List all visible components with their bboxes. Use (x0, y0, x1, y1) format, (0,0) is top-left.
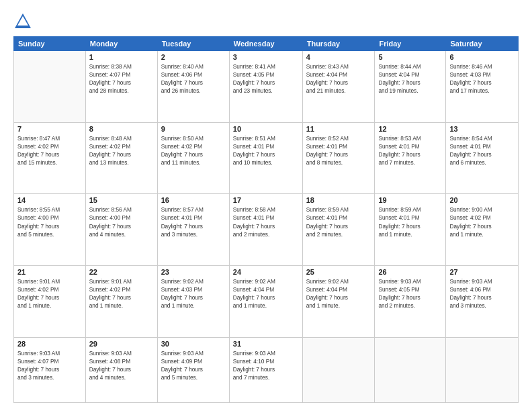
day-number: 11 (306, 125, 371, 133)
day-info: Sunrise: 9:01 AMSunset: 4:02 PMDaylight:… (89, 277, 154, 310)
logo (13, 12, 35, 31)
calendar-cell: 8Sunrise: 8:48 AMSunset: 4:02 PMDaylight… (85, 122, 157, 194)
calendar-cell: 18Sunrise: 8:59 AMSunset: 4:01 PMDayligh… (302, 194, 375, 266)
day-number: 5 (378, 53, 442, 61)
day-number: 15 (89, 196, 154, 204)
day-number: 7 (17, 125, 82, 133)
day-number: 29 (89, 340, 154, 348)
calendar-cell: 3Sunrise: 8:41 AMSunset: 4:05 PMDaylight… (229, 51, 302, 123)
day-info: Sunrise: 8:54 AMSunset: 4:01 PMDaylight:… (449, 134, 515, 167)
calendar-cell: 12Sunrise: 8:53 AMSunset: 4:01 PMDayligh… (375, 122, 446, 194)
calendar-cell: 29Sunrise: 9:03 AMSunset: 4:08 PMDayligh… (85, 337, 157, 402)
day-info: Sunrise: 8:38 AMSunset: 4:07 PMDaylight:… (89, 62, 154, 95)
weekday-header: Tuesday (157, 37, 229, 51)
day-number: 10 (233, 125, 299, 133)
calendar: SundayMondayTuesdayWednesdayThursdayFrid… (13, 36, 519, 403)
calendar-cell: 13Sunrise: 8:54 AMSunset: 4:01 PMDayligh… (446, 122, 519, 194)
day-info: Sunrise: 8:59 AMSunset: 4:01 PMDaylight:… (306, 205, 371, 238)
day-number: 13 (449, 125, 515, 133)
calendar-week-row: 7Sunrise: 8:47 AMSunset: 4:02 PMDaylight… (14, 122, 519, 194)
calendar-cell: 14Sunrise: 8:55 AMSunset: 4:00 PMDayligh… (14, 194, 86, 266)
day-info: Sunrise: 8:47 AMSunset: 4:02 PMDaylight:… (17, 134, 82, 167)
day-number: 21 (17, 268, 82, 276)
day-info: Sunrise: 9:03 AMSunset: 4:10 PMDaylight:… (233, 349, 299, 381)
calendar-cell: 21Sunrise: 9:01 AMSunset: 4:02 PMDayligh… (14, 266, 86, 338)
calendar-week-row: 28Sunrise: 9:03 AMSunset: 4:07 PMDayligh… (14, 337, 519, 402)
page: SundayMondayTuesdayWednesdayThursdayFrid… (0, 0, 532, 411)
day-info: Sunrise: 8:52 AMSunset: 4:01 PMDaylight:… (306, 134, 371, 167)
calendar-cell: 27Sunrise: 9:03 AMSunset: 4:06 PMDayligh… (446, 266, 519, 338)
calendar-cell: 7Sunrise: 8:47 AMSunset: 4:02 PMDaylight… (14, 122, 86, 194)
day-number: 24 (233, 268, 299, 276)
day-info: Sunrise: 8:56 AMSunset: 4:00 PMDaylight:… (89, 205, 154, 238)
calendar-cell (446, 337, 519, 402)
day-info: Sunrise: 8:48 AMSunset: 4:02 PMDaylight:… (89, 134, 154, 167)
day-number: 3 (233, 53, 299, 61)
day-info: Sunrise: 8:55 AMSunset: 4:00 PMDaylight:… (17, 205, 82, 238)
day-info: Sunrise: 8:58 AMSunset: 4:01 PMDaylight:… (233, 205, 299, 238)
weekday-header-row: SundayMondayTuesdayWednesdayThursdayFrid… (14, 37, 519, 51)
day-info: Sunrise: 8:57 AMSunset: 4:01 PMDaylight:… (161, 205, 226, 238)
calendar-cell: 24Sunrise: 9:02 AMSunset: 4:04 PMDayligh… (229, 266, 302, 338)
calendar-cell: 5Sunrise: 8:44 AMSunset: 4:04 PMDaylight… (375, 51, 446, 123)
calendar-week-row: 1Sunrise: 8:38 AMSunset: 4:07 PMDaylight… (14, 51, 519, 123)
day-number: 26 (378, 268, 442, 276)
calendar-cell: 16Sunrise: 8:57 AMSunset: 4:01 PMDayligh… (157, 194, 229, 266)
day-number: 20 (449, 196, 515, 204)
day-number: 25 (306, 268, 371, 276)
calendar-cell: 23Sunrise: 9:02 AMSunset: 4:03 PMDayligh… (157, 266, 229, 338)
weekday-header: Thursday (302, 37, 375, 51)
day-number: 28 (17, 340, 82, 348)
weekday-header: Friday (375, 37, 446, 51)
day-number: 23 (161, 268, 226, 276)
day-info: Sunrise: 8:40 AMSunset: 4:06 PMDaylight:… (161, 62, 226, 95)
calendar-cell: 22Sunrise: 9:01 AMSunset: 4:02 PMDayligh… (85, 266, 157, 338)
calendar-cell: 25Sunrise: 9:02 AMSunset: 4:04 PMDayligh… (302, 266, 375, 338)
day-info: Sunrise: 9:02 AMSunset: 4:04 PMDaylight:… (306, 277, 371, 310)
calendar-cell: 9Sunrise: 8:50 AMSunset: 4:02 PMDaylight… (157, 122, 229, 194)
day-number: 8 (89, 125, 154, 133)
calendar-cell: 6Sunrise: 8:46 AMSunset: 4:03 PMDaylight… (446, 51, 519, 123)
calendar-cell: 19Sunrise: 8:59 AMSunset: 4:01 PMDayligh… (375, 194, 446, 266)
day-number: 19 (378, 196, 442, 204)
day-info: Sunrise: 9:03 AMSunset: 4:05 PMDaylight:… (378, 277, 442, 310)
day-info: Sunrise: 9:01 AMSunset: 4:02 PMDaylight:… (17, 277, 82, 310)
day-number: 22 (89, 268, 154, 276)
day-info: Sunrise: 9:02 AMSunset: 4:03 PMDaylight:… (161, 277, 226, 310)
day-number: 31 (233, 340, 299, 348)
logo-icon (13, 12, 32, 31)
day-number: 12 (378, 125, 442, 133)
day-number: 6 (449, 53, 515, 61)
day-info: Sunrise: 9:03 AMSunset: 4:08 PMDaylight:… (89, 349, 154, 381)
calendar-cell: 2Sunrise: 8:40 AMSunset: 4:06 PMDaylight… (157, 51, 229, 123)
day-info: Sunrise: 9:03 AMSunset: 4:09 PMDaylight:… (161, 349, 226, 381)
day-info: Sunrise: 8:43 AMSunset: 4:04 PMDaylight:… (306, 62, 371, 95)
calendar-cell: 1Sunrise: 8:38 AMSunset: 4:07 PMDaylight… (85, 51, 157, 123)
day-number: 27 (449, 268, 515, 276)
calendar-cell (14, 51, 86, 123)
weekday-header: Sunday (14, 37, 86, 51)
day-info: Sunrise: 9:00 AMSunset: 4:02 PMDaylight:… (449, 205, 515, 238)
weekday-header: Wednesday (229, 37, 302, 51)
day-info: Sunrise: 8:50 AMSunset: 4:02 PMDaylight:… (161, 134, 226, 167)
calendar-cell: 20Sunrise: 9:00 AMSunset: 4:02 PMDayligh… (446, 194, 519, 266)
calendar-cell: 15Sunrise: 8:56 AMSunset: 4:00 PMDayligh… (85, 194, 157, 266)
day-number: 4 (306, 53, 371, 61)
day-number: 17 (233, 196, 299, 204)
calendar-cell: 10Sunrise: 8:51 AMSunset: 4:01 PMDayligh… (229, 122, 302, 194)
calendar-week-row: 14Sunrise: 8:55 AMSunset: 4:00 PMDayligh… (14, 194, 519, 266)
day-number: 2 (161, 53, 226, 61)
day-info: Sunrise: 9:02 AMSunset: 4:04 PMDaylight:… (233, 277, 299, 310)
day-info: Sunrise: 8:53 AMSunset: 4:01 PMDaylight:… (378, 134, 442, 167)
calendar-cell: 30Sunrise: 9:03 AMSunset: 4:09 PMDayligh… (157, 337, 229, 402)
day-info: Sunrise: 9:03 AMSunset: 4:06 PMDaylight:… (449, 277, 515, 310)
calendar-cell: 26Sunrise: 9:03 AMSunset: 4:05 PMDayligh… (375, 266, 446, 338)
day-number: 30 (161, 340, 226, 348)
day-number: 16 (161, 196, 226, 204)
day-info: Sunrise: 8:51 AMSunset: 4:01 PMDaylight:… (233, 134, 299, 167)
header (13, 12, 519, 31)
day-number: 9 (161, 125, 226, 133)
day-info: Sunrise: 8:44 AMSunset: 4:04 PMDaylight:… (378, 62, 442, 95)
calendar-cell: 4Sunrise: 8:43 AMSunset: 4:04 PMDaylight… (302, 51, 375, 123)
calendar-cell: 28Sunrise: 9:03 AMSunset: 4:07 PMDayligh… (14, 337, 86, 402)
